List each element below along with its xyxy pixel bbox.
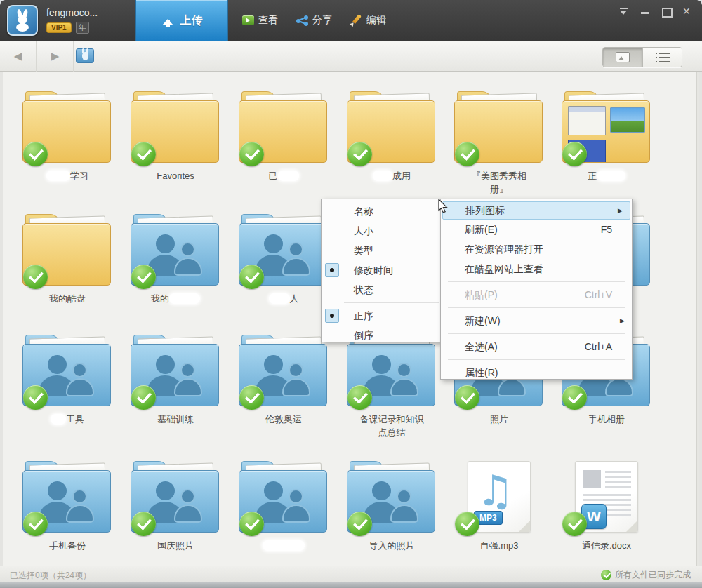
user-block[interactable]: fengmoco... VIP1 年	[46, 7, 98, 34]
submenu-arrow-icon: ▶	[620, 311, 625, 330]
rabbit-icon	[82, 52, 88, 60]
sync-check-badge	[347, 142, 372, 166]
maximize-icon[interactable]	[661, 7, 671, 15]
mouse-cursor	[438, 199, 449, 218]
file-item[interactable]: 国庆照片	[123, 461, 228, 553]
file-item[interactable]: 手机备份	[15, 461, 120, 553]
upload-button[interactable]: 上传	[135, 0, 228, 41]
file-item-label: 工具	[34, 413, 101, 427]
file-item-label: 我的	[142, 293, 209, 306]
sync-check-badge	[131, 512, 156, 536]
censor-patch	[278, 171, 299, 181]
menu-item-sort-by-modified[interactable]: 修改时间	[322, 260, 440, 280]
app-logo	[7, 5, 38, 36]
sync-check-badge	[239, 265, 264, 289]
menu-item-sort-descending[interactable]: 倒序	[322, 326, 440, 345]
file-item[interactable]: 正	[554, 91, 659, 183]
file-item[interactable]: 基础训练	[123, 335, 228, 427]
menu-item-select-all[interactable]: 全选(A) Ctrl+A	[441, 337, 632, 356]
list-view-button[interactable]	[642, 48, 682, 67]
selection-status: 已选择0项（共24项）	[10, 570, 91, 582]
file-item[interactable]: 已	[231, 91, 336, 183]
file-item[interactable]	[231, 461, 336, 553]
file-item-label: 通信录.docx	[573, 540, 640, 553]
submenu-arrow-icon: ▶	[618, 202, 623, 219]
file-item-label: 学习	[34, 170, 101, 183]
scrollbar[interactable]	[696, 72, 699, 566]
menu-item-refresh[interactable]: 刷新(E) F5	[441, 220, 632, 239]
menu-separator	[448, 281, 625, 282]
menu-item-sort-by-name[interactable]: 名称	[322, 201, 440, 221]
share-button[interactable]: 分享	[296, 14, 332, 27]
thumbnail-view-icon	[616, 52, 630, 62]
sync-check-badge	[562, 142, 587, 166]
file-item-label: Favorites	[142, 170, 209, 183]
file-item-label	[250, 540, 317, 553]
file-item-label: 备课记录和知识点总结	[358, 413, 425, 440]
breadcrumb-root-folder[interactable]	[76, 48, 94, 63]
sync-check-badge	[239, 142, 264, 166]
edit-button[interactable]: 编辑	[350, 14, 386, 27]
file-item[interactable]: 成用	[339, 91, 444, 183]
menu-item-sort-by-type[interactable]: 类型	[322, 241, 440, 260]
upload-arrow-icon	[161, 13, 174, 27]
sync-check-badge	[347, 385, 372, 410]
menu-item-sort-by-status[interactable]: 状态	[322, 280, 440, 300]
file-item[interactable]: 我的	[123, 214, 228, 306]
view-icon	[242, 15, 254, 25]
collapse-icon[interactable]	[619, 7, 629, 15]
menu-item-sort-ascending[interactable]: 正序	[322, 306, 440, 326]
toolbar: 查看 分享 编辑	[242, 0, 386, 41]
menu-item-open-in-explorer[interactable]: 在资源管理器打开	[441, 239, 632, 259]
censor-patch	[373, 171, 392, 181]
sync-check-badge	[455, 142, 479, 166]
forward-button[interactable]: ▶	[37, 41, 74, 72]
file-item[interactable]: ♫ MP3 自强.mp3	[446, 461, 552, 553]
sync-check-badge	[131, 142, 156, 166]
view-mode-toggle	[602, 47, 682, 67]
minimize-icon[interactable]	[640, 7, 650, 15]
censor-patch	[269, 293, 290, 304]
thumbnail-view-button[interactable]	[603, 48, 642, 67]
pencil-icon	[350, 15, 362, 27]
file-item-label: 自强.mp3	[465, 540, 533, 553]
file-item[interactable]: 导入的照片	[339, 461, 444, 553]
censor-patch	[263, 540, 305, 551]
file-item-label: 成用	[358, 170, 425, 183]
music-note-icon: ♫	[477, 466, 515, 515]
file-item[interactable]: 工具	[15, 335, 120, 427]
file-item-label: 国庆照片	[142, 540, 209, 553]
file-item-label: 已	[250, 170, 317, 183]
window-bottom-edge	[0, 582, 702, 588]
menu-item-paste[interactable]: 粘贴(P) Ctrl+V	[441, 285, 632, 305]
back-button[interactable]: ◀	[0, 41, 37, 72]
file-item-label: 正	[573, 170, 640, 183]
sync-check-badge	[131, 385, 156, 410]
page-fold	[626, 521, 637, 532]
menu-item-sort-by-size[interactable]: 大小	[322, 221, 440, 241]
file-item[interactable]: 备课记录和知识点总结	[339, 335, 444, 440]
status-bar: 已选择0项（共24项） 所有文件已同步完成	[0, 566, 702, 582]
radio-selected-icon	[325, 263, 339, 277]
file-item-label: 人	[250, 293, 317, 306]
file-item[interactable]: 学习	[15, 91, 120, 183]
menu-item-new[interactable]: 新建(W) ▶	[441, 311, 632, 330]
file-item[interactable]: 『美图秀秀相册』	[446, 91, 552, 196]
view-button[interactable]: 查看	[242, 14, 278, 27]
close-icon[interactable]: ✕	[682, 7, 692, 15]
app-window: fengmoco... VIP1 年 上传 查看 分享 编辑	[0, 0, 702, 588]
radio-selected-icon	[325, 309, 339, 323]
file-item[interactable]: Favorites	[123, 91, 228, 183]
navigation-bar: ◀ ▶	[0, 41, 702, 72]
sync-check-badge	[455, 385, 479, 410]
sync-check-badge	[562, 385, 587, 410]
sync-check-badge	[23, 142, 48, 166]
menu-item-properties[interactable]: 属性(R)	[441, 363, 632, 382]
file-item[interactable]: W 通信录.docx	[554, 461, 659, 553]
file-item[interactable]: 伦敦奥运	[231, 335, 336, 427]
file-item[interactable]: 我的酷盘	[15, 214, 120, 306]
title-bar: fengmoco... VIP1 年 上传 查看 分享 编辑	[0, 0, 702, 41]
sort-submenu: 名称 大小 类型 修改时间 状态 正序 倒序	[321, 199, 441, 342]
menu-item-view-on-website[interactable]: 在酷盘网站上查看	[441, 259, 632, 279]
menu-item-arrange-icons[interactable]: 排列图标 ▶	[442, 201, 630, 220]
